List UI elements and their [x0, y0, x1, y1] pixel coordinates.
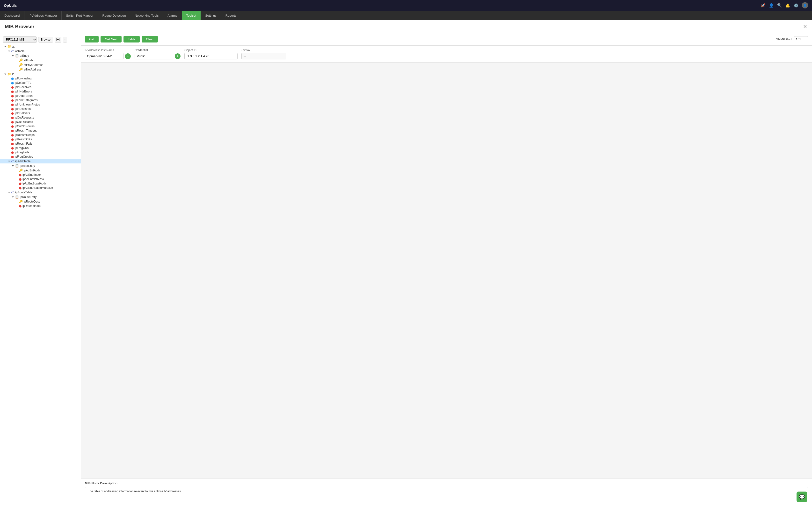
tree-node-ipadentnetmask[interactable]: ⬤ ipAdEntNetMask [0, 177, 81, 181]
avatar-icon[interactable]: 👤 [802, 2, 808, 8]
person-icon[interactable]: 👤 [769, 3, 774, 8]
tree-node-ipinunknownprotos[interactable]: ⬤ ipInUnknownProtos [0, 102, 81, 107]
add-credential-button[interactable]: + [175, 53, 181, 59]
add-ip-button[interactable]: + [125, 53, 131, 59]
tree-node-atphysaddress[interactable]: 🔑 atPhysAddress [0, 62, 81, 67]
nav-alarms[interactable]: Alarms [163, 11, 182, 20]
tree-node-iproutetable[interactable]: ▼ 🗃 ipRouteTable [0, 190, 81, 194]
nav-settings[interactable]: Settings [201, 11, 221, 20]
tree-label-ipforwarding: ipForwarding [15, 77, 32, 80]
tree-node-iproutedest[interactable]: 🔑 ipRouteDest [0, 199, 81, 204]
snmp-port-input[interactable] [794, 36, 808, 42]
tree-node-ipreasm-oks[interactable]: ⬤ ipReasmOKs [0, 137, 81, 142]
bell-icon[interactable]: 🔔 [785, 3, 790, 8]
tree-node-ipaddrtable[interactable]: ▼ 🗃 ipAddrTable [0, 159, 81, 163]
table-button[interactable]: Table [123, 36, 140, 43]
tree-node-ipinreceives[interactable]: ⬤ ipInReceives [0, 85, 81, 89]
tree-node-iprouteentry[interactable]: ▼ 📋 ipRouteEntry [0, 194, 81, 199]
tree-node-ipfrag-oks[interactable]: ⬤ ipFragOKs [0, 146, 81, 150]
nav-networking-tools[interactable]: Networking Tools [130, 11, 163, 20]
gear-icon[interactable]: ⚙️ [794, 3, 799, 8]
tree-node-ipreasmreqds[interactable]: ⬤ ipReasmReqds [0, 133, 81, 137]
entry-icon-atentry: 📋 [15, 54, 19, 57]
close-button[interactable]: ✕ [803, 24, 807, 30]
tree-node-ipindiscards[interactable]: ⬤ ipInDiscards [0, 107, 81, 111]
tree-node-iprouteifindex[interactable]: ⬤ ipRouteIfIndex [0, 204, 81, 208]
syntax-label: Syntax [242, 49, 286, 52]
chat-button[interactable]: 💬 [797, 492, 807, 502]
clear-button[interactable]: Clear [142, 36, 158, 43]
tree-node-at[interactable]: ▼ 📁 at [0, 44, 81, 49]
get-button[interactable]: Get [85, 36, 99, 43]
tree-container: ▼ 📁 at ▼ 🗃 atTable ▼ 📋 atEntry [0, 44, 81, 208]
tree-node-ipinaddrerrors[interactable]: ⬤ ipInAddrErrors [0, 94, 81, 98]
circle-icon-ipinunknownprotos: ⬤ [11, 103, 14, 106]
topbar: OpUtils 🚀 👤 🔍 🔔 ⚙️ 👤 [0, 0, 812, 11]
ip-address-select[interactable]: Opman-m10-64-2 [85, 53, 123, 59]
tree-label-ipreasmtimeout: ipReasmTimeout [15, 129, 37, 132]
nav-dashboard[interactable]: Dashboard [0, 11, 24, 20]
ip-address-group: IP Address/Host Name Opman-m10-64-2 + [85, 49, 131, 59]
circle-icon-ipindelivers: ⬤ [11, 112, 14, 115]
tree-node-atifindex[interactable]: 🔑 atIfIndex [0, 58, 81, 62]
tree-node-ipoutdiscards[interactable]: ⬤ ipOutDiscards [0, 120, 81, 124]
tree-label-iproutedest: ipRouteDest [24, 200, 40, 203]
tree-label-ipaddrtable: ipAddrTable [15, 160, 31, 163]
browse-button[interactable]: Browse [38, 37, 53, 43]
tree-node-ipaddrentry[interactable]: ▼ 📋 ipAddrEntry [0, 163, 81, 168]
credential-controls: Public + [135, 53, 181, 59]
tree-node-ipdefaultttl[interactable]: ⬤ ipDefaultTTL [0, 80, 81, 85]
nav-reports[interactable]: Reports [221, 11, 241, 20]
page-title: MIB Browser [5, 24, 34, 30]
tree-node-ipoutrequests[interactable]: ⬤ ipOutRequests [0, 115, 81, 120]
tree-node-ipforwdatagrams[interactable]: ⬤ ipForwDatagrams [0, 98, 81, 102]
nav-toolset[interactable]: Toolset [182, 11, 201, 20]
tree-label-ipreasmreqds: ipReasmReqds [15, 133, 35, 137]
tree-label-ipoutrequests: ipOutRequests [15, 116, 34, 119]
circle-icon-ipreasmreqds: ⬤ [11, 134, 14, 136]
mib-selector[interactable]: RFC1213-MIB [3, 37, 37, 43]
credential-label: Credential [135, 49, 181, 52]
tree-node-ipadentbcastaddr[interactable]: ⬤ ipAdEntBcastAddr [0, 181, 81, 186]
tree-node-ipfrag-fails[interactable]: ⬤ ipFragFails [0, 150, 81, 155]
tree-node-ipadentifindex[interactable]: ⬤ ipAdEntIfIndex [0, 173, 81, 177]
tree-label-ipreasm-oks: ipReasmOKs [15, 137, 32, 141]
tree-node-ipadentreasmaxsize[interactable]: ⬤ ipAdEntReasmMaxSize [0, 186, 81, 190]
key-icon-atphysaddress: 🔑 [19, 63, 23, 67]
rocket-icon[interactable]: 🚀 [761, 3, 766, 8]
tree-node-atnetaddress[interactable]: 🔑 atNetAddress [0, 67, 81, 72]
tree-node-ip[interactable]: ▼ 📁 ip [0, 72, 81, 76]
nav-rogue-detection[interactable]: Rogue Detection [98, 11, 131, 20]
tree-node-ipforwarding[interactable]: ⬤ ipForwarding [0, 76, 81, 80]
tree-label-iproutetable: ipRouteTable [15, 191, 32, 194]
circle-icon-ipreasmtimeout: ⬤ [11, 129, 14, 132]
syntax-input [242, 53, 286, 59]
tree-node-ipadentaddr[interactable]: 🔑 ipAdEntAddr [0, 168, 81, 173]
credential-group: Credential Public + [135, 49, 181, 59]
nav-ip-address-manager[interactable]: IP Address Manager [24, 11, 62, 20]
tree-node-ipreasm-fails[interactable]: ⬤ ipReasmFails [0, 142, 81, 146]
key-icon-iproutedest: 🔑 [19, 200, 23, 203]
tree-node-ipreasmtimeout[interactable]: ⬤ ipReasmTimeout [0, 128, 81, 133]
object-id-input[interactable] [185, 53, 238, 59]
tree-node-ipinhdrerrors[interactable]: ⬤ ipInHdrErrors [0, 89, 81, 94]
circle-icon-iprouteifindex: ⬤ [19, 205, 21, 207]
tree-node-atentry[interactable]: ▼ 📋 atEntry [0, 53, 81, 58]
tree-node-ipfrag-creates[interactable]: ⬤ ipFragCreates [0, 155, 81, 159]
circle-icon-ipinaddrerrors: ⬤ [11, 95, 14, 97]
folder-icon-ip: 📁 [7, 72, 11, 76]
tree-label-ipinaddrerrors: ipInAddrErrors [15, 94, 33, 98]
tree-node-attable[interactable]: ▼ 🗃 atTable [0, 49, 81, 53]
search-icon[interactable]: 🔍 [777, 3, 782, 8]
add-mib-button[interactable]: [+] [55, 37, 61, 43]
toggle-ip: ▼ [4, 73, 7, 75]
tree-node-ipoutnoroutes[interactable]: ⬤ ipOutNoRoutes [0, 124, 81, 128]
navbar: Dashboard IP Address Manager Switch Port… [0, 11, 812, 20]
credential-select[interactable]: Public [135, 53, 173, 59]
circle-icon-ipoutdiscards: ⬤ [11, 121, 14, 123]
get-next-button[interactable]: Get Next [101, 36, 121, 43]
mib-desc-text: The table of addressing information rele… [88, 490, 182, 493]
remove-mib-button[interactable]: - [63, 37, 67, 43]
tree-node-ipindelivers[interactable]: ⬤ ipInDelivers [0, 111, 81, 115]
nav-switch-port-mapper[interactable]: Switch Port Mapper [62, 11, 98, 20]
